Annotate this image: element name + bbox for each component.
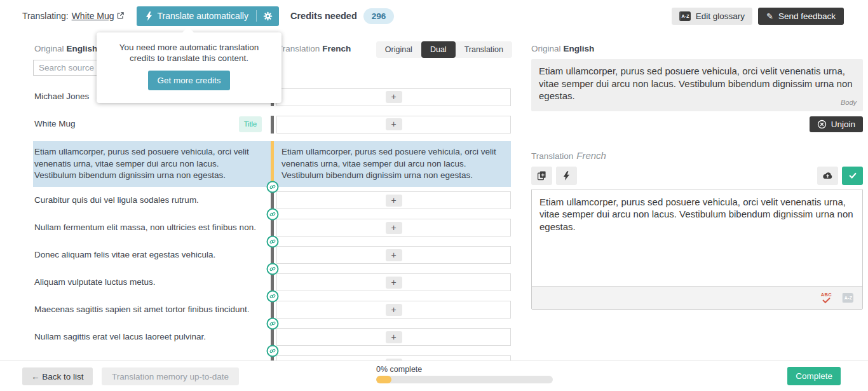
bolt-icon	[146, 11, 153, 21]
empty-translation-box: +	[276, 328, 511, 346]
copy-icon	[537, 170, 546, 181]
button-separator	[256, 10, 257, 22]
send-feedback-button[interactable]: ✎ Send feedback	[758, 8, 844, 25]
source-label: Original	[34, 44, 64, 53]
popover-arrow	[182, 27, 194, 33]
edit-glossary-label: Edit glossary	[696, 11, 745, 21]
row-divider-active	[268, 141, 276, 187]
empty-translation-box: +	[276, 273, 511, 291]
view-mode-translation[interactable]: Translation	[456, 41, 512, 58]
gear-icon[interactable]	[263, 11, 273, 21]
original-label: Original	[531, 44, 561, 53]
progress-bar	[376, 376, 553, 383]
view-mode-toggle: Original Dual Translation	[376, 41, 512, 58]
add-translation-button[interactable]: +	[386, 304, 402, 316]
credits-popover: You need more automatic translation cred…	[97, 32, 281, 103]
target-column-header: TranslationFrench	[278, 44, 351, 53]
save-to-memory-button[interactable]	[817, 167, 838, 185]
add-translation-button[interactable]: +	[386, 118, 402, 130]
credits-count-badge: 296	[363, 8, 395, 24]
row-divider	[268, 111, 276, 138]
empty-translation-box: +	[276, 246, 511, 264]
spellcheck-icon[interactable]: ABC	[821, 292, 832, 303]
unjoin-row: Unjoin	[531, 116, 863, 132]
source-text: Aliquam vulputate luctus metus.	[34, 277, 156, 289]
source-text: Etiam ullamcorper, purus sed posuere veh…	[34, 146, 262, 182]
glossary-book-icon-disabled: A-Z	[842, 293, 853, 303]
unjoin-label: Unjoin	[831, 120, 855, 129]
source-text: Maecenas sagittis sapien sit amet tortor…	[34, 304, 249, 316]
bottombar: ← Back to list Translation memory up-to-…	[0, 360, 868, 391]
unjoin-icon	[817, 120, 827, 129]
check-icon	[848, 171, 857, 180]
target-label: Translation	[278, 44, 320, 53]
source-text: Nullam sagittis erat vel lacus laoreet p…	[34, 331, 206, 343]
empty-translation-box: +	[276, 301, 511, 319]
external-link-icon[interactable]	[117, 10, 124, 22]
link-segments-icon[interactable]	[266, 235, 278, 247]
translating-label: Translating:	[22, 11, 69, 21]
original-text-box: Etiam ullamcorper, purus sed posuere veh…	[531, 59, 863, 111]
view-mode-dual[interactable]: Dual	[421, 41, 456, 58]
empty-translation-box: +	[276, 116, 511, 134]
segment-row-selected[interactable]: Etiam ullamcorper, purus sed posuere veh…	[33, 141, 511, 187]
document-link[interactable]: White Mug	[72, 11, 114, 21]
translation-label: Translation	[531, 151, 573, 161]
view-mode-original[interactable]: Original	[376, 41, 421, 58]
link-segments-icon[interactable]	[266, 290, 278, 302]
empty-translation-box: +	[276, 191, 511, 209]
source-text: Curabitur quis dui vel ligula sodales ru…	[34, 195, 199, 207]
add-translation-button[interactable]: +	[386, 222, 402, 234]
segment-row[interactable]: White MugTitle +	[33, 111, 511, 138]
send-feedback-label: Send feedback	[778, 11, 836, 21]
segment-detail-panel: OriginalEnglish Etiam ullamcorper, purus…	[531, 44, 863, 310]
copy-source-button[interactable]	[531, 167, 552, 185]
target-language: French	[322, 44, 351, 53]
field-type-label: Body	[841, 97, 857, 109]
pencil-icon: ✎	[766, 12, 773, 20]
progress-label: 0% complete	[376, 365, 553, 374]
translation-textarea[interactable]: Etiam ullamcorper, purus sed posuere veh…	[532, 189, 862, 286]
link-segments-icon[interactable]	[266, 317, 278, 329]
add-translation-button[interactable]: +	[386, 277, 402, 289]
approve-translation-button[interactable]	[842, 167, 863, 185]
edit-glossary-button[interactable]: A-Z Edit glossary	[672, 8, 752, 25]
segment-list: Michael Jones + White MugTitle + Etiam u…	[33, 83, 511, 378]
detail-translation-header: TranslationFrench	[531, 150, 863, 161]
add-translation-button[interactable]: +	[386, 331, 402, 343]
editor-footer: ABC A-Z	[532, 286, 862, 309]
source-text: White Mug	[34, 118, 76, 130]
translation-text: Etiam ullamcorper, purus sed posuere veh…	[276, 141, 511, 187]
get-more-credits-button[interactable]: Get more credits	[148, 71, 231, 90]
unjoin-button[interactable]: Unjoin	[810, 116, 863, 132]
source-text: Nullam fermentum elit massa, non ultrici…	[34, 222, 256, 234]
bolt-icon	[563, 171, 570, 181]
link-segments-icon[interactable]	[266, 263, 278, 275]
machine-translate-button[interactable]	[556, 167, 577, 185]
topbar: Translating: White Mug Translate automat…	[0, 0, 868, 32]
original-text: Etiam ullamcorper, purus sed posuere veh…	[539, 65, 853, 101]
progress-fill	[376, 376, 391, 383]
translation-toolbar	[531, 167, 863, 185]
link-segments-icon[interactable]	[266, 181, 278, 193]
translate-automatically-label: Translate automatically	[158, 11, 248, 21]
translation-memory-status-button: Translation memory up-to-date	[102, 367, 239, 385]
translation-language: French	[576, 150, 606, 161]
empty-translation-box: +	[276, 219, 511, 237]
original-language: English	[564, 44, 595, 53]
back-to-list-button[interactable]: ← Back to list	[22, 367, 93, 385]
translation-editor-app: Translating: White Mug Translate automat…	[0, 0, 868, 391]
add-translation-button[interactable]: +	[386, 195, 402, 207]
glossary-book-icon: A-Z	[679, 11, 691, 21]
add-translation-button[interactable]: +	[386, 91, 402, 103]
source-column-header: OriginalEnglish	[34, 44, 97, 53]
add-translation-button[interactable]: +	[386, 249, 402, 261]
translate-automatically-button[interactable]: Translate automatically	[137, 6, 279, 26]
link-segments-icon[interactable]	[266, 345, 278, 357]
cloud-upload-icon	[822, 172, 833, 180]
credits-needed-label: Credits needed	[290, 11, 357, 21]
link-segments-icon[interactable]	[266, 208, 278, 220]
complete-button[interactable]: Complete	[787, 367, 841, 385]
detail-original-header: OriginalEnglish	[531, 44, 863, 53]
source-text: Donec aliquam felis vitae erat egestas v…	[34, 249, 215, 261]
